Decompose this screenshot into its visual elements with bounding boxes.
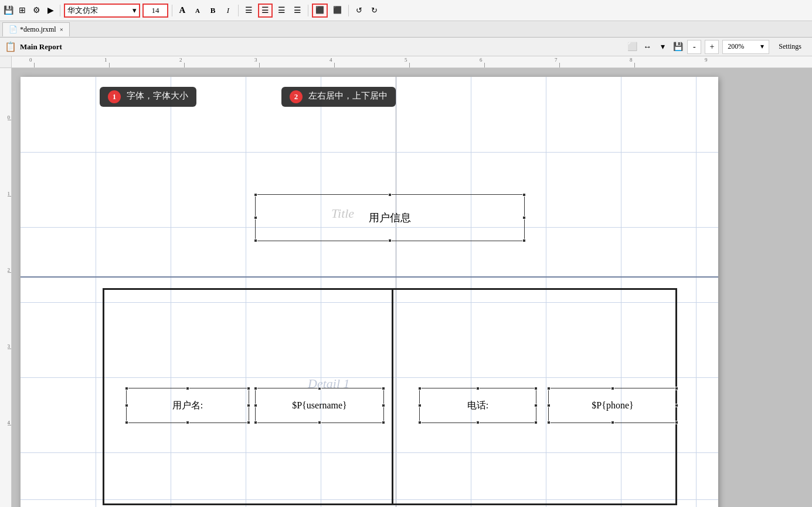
username-value-text: $P{username} (292, 400, 347, 411)
handle-tl2[interactable] (125, 387, 128, 390)
file-icon: 📄 (9, 25, 18, 34)
handle-ml2[interactable] (125, 404, 128, 407)
bold-btn[interactable]: B (206, 4, 219, 18)
username-label-element[interactable]: 用户名: (126, 388, 249, 423)
align-left-btn[interactable]: ☰ (242, 4, 256, 18)
title-text-element[interactable]: 用户信息 (255, 194, 525, 241)
settings-icon[interactable]: ⚙ (30, 5, 42, 16)
handle-tl4[interactable] (418, 387, 422, 390)
tab-close-btn[interactable]: × (60, 26, 63, 33)
handle-bm5[interactable] (611, 421, 614, 424)
zoom-arrow: ▾ (760, 42, 764, 51)
rotate-left-btn[interactable]: ↺ (352, 4, 365, 18)
handle-bm2[interactable] (186, 421, 189, 424)
handle-mr4[interactable] (534, 404, 538, 407)
sep3 (238, 5, 239, 16)
handle-bl[interactable] (254, 239, 257, 242)
handle-br[interactable] (522, 239, 526, 242)
title-text: 用户信息 (369, 211, 411, 225)
ruler-v-4: 4 (329, 58, 332, 63)
ruler-v-0: 0 (29, 58, 32, 63)
ruler-top: 0 1 2 3 4 5 6 7 8 9 (12, 56, 812, 68)
report-header: 📋 Main Report ⬜ ↔ ▾ 💾 - + 200% ▾ Setting… (0, 38, 812, 56)
handle-bl2[interactable] (125, 421, 128, 424)
handle-bm4[interactable] (476, 421, 480, 424)
valign-bottom-btn[interactable]: ⬛ (330, 4, 345, 18)
font-size-input[interactable]: 14 (142, 4, 168, 18)
ruler-v-3: 3 (254, 58, 257, 63)
doc-page: Title 用户信息 (21, 77, 718, 507)
handle-bm3[interactable] (318, 421, 321, 424)
save-report-icon[interactable]: 💾 (672, 41, 684, 53)
handle-tr[interactable] (522, 193, 526, 197)
detail-vertical-divider (392, 290, 393, 503)
handle-mr5[interactable] (675, 404, 678, 407)
valign-middle-btn[interactable]: ⬛ (312, 4, 328, 18)
handle-tm2[interactable] (186, 387, 189, 390)
handle-br5[interactable] (675, 421, 678, 424)
zoom-in-btn[interactable]: + (705, 40, 719, 54)
handle-tm5[interactable] (611, 387, 614, 390)
ruler-left: 0 1 2 3 4 (0, 56, 12, 507)
italic-btn[interactable]: I (222, 4, 235, 18)
handle-br2[interactable] (247, 421, 250, 424)
ruler-v-1: 1 (104, 58, 107, 63)
handle-tr5[interactable] (675, 387, 678, 390)
handle-br4[interactable] (534, 421, 538, 424)
handle-br3[interactable] (382, 421, 385, 424)
ruler-v-7: 7 (555, 58, 558, 63)
handle-ml4[interactable] (418, 404, 422, 407)
handle-mr[interactable] (522, 216, 526, 219)
username-value-element[interactable]: $P{username} (255, 388, 384, 423)
tab-filename: *demo.jrxml (20, 25, 56, 34)
sep5 (348, 5, 349, 16)
phone-value-element[interactable]: $P{phone} (548, 388, 677, 423)
band-separator-title (21, 276, 718, 278)
handle-tm[interactable] (388, 193, 392, 197)
report-page-icon: 📋 (5, 41, 16, 52)
handle-mr2[interactable] (247, 404, 250, 407)
fit-page-icon[interactable]: ⬜ (626, 41, 638, 53)
handle-ml3[interactable] (254, 404, 257, 407)
font-name-selector[interactable]: 华文仿宋 ▾ (64, 4, 140, 18)
zoom-out-btn[interactable]: - (687, 40, 701, 54)
handle-ml[interactable] (254, 216, 257, 219)
zoom-selector[interactable]: 200% ▾ (722, 40, 769, 54)
handle-bl3[interactable] (254, 421, 257, 424)
phone-value-text: $P{phone} (592, 400, 633, 411)
handle-tl[interactable] (254, 193, 257, 197)
align-right-btn[interactable]: ☰ (275, 4, 288, 18)
file-tab[interactable]: 📄 *demo.jrxml × (2, 22, 70, 36)
handle-tr4[interactable] (534, 387, 538, 390)
ruler-v-6: 6 (480, 58, 483, 63)
ruler-v-5: 5 (405, 58, 407, 63)
increase-font-btn[interactable]: A (176, 4, 189, 18)
save-icon[interactable]: 💾 (2, 5, 14, 16)
preview-icon[interactable]: ▶ (45, 5, 56, 16)
handle-ml5[interactable] (547, 404, 551, 407)
settings-button[interactable]: Settings (773, 41, 807, 52)
handle-mr3[interactable] (382, 404, 385, 407)
handle-bm[interactable] (388, 239, 392, 242)
fit-width-icon[interactable]: ↔ (641, 41, 653, 53)
ruler-v-2: 2 (179, 58, 182, 63)
handle-tm3[interactable] (318, 387, 321, 390)
grid-icon[interactable]: ⊞ (16, 5, 28, 16)
dropdown-arrow-icon[interactable]: ▾ (657, 41, 668, 53)
report-title-area: 📋 Main Report (5, 41, 62, 52)
align-center-btn[interactable]: ☰ (258, 4, 273, 18)
decrease-font-btn[interactable]: A (191, 4, 204, 18)
username-label-text: 用户名: (172, 400, 203, 412)
justify-btn[interactable]: ☰ (291, 4, 304, 18)
phone-label-element[interactable]: 电话: (419, 388, 536, 423)
handle-tm4[interactable] (476, 387, 480, 390)
handle-tr3[interactable] (382, 387, 385, 390)
font-name-arrow: ▾ (132, 6, 137, 15)
handle-tl3[interactable] (254, 387, 257, 390)
handle-bl5[interactable] (547, 421, 551, 424)
rotate-right-btn[interactable]: ↻ (368, 4, 380, 18)
handle-tl5[interactable] (547, 387, 551, 390)
handle-bl4[interactable] (418, 421, 422, 424)
zoom-level: 200% (728, 42, 744, 51)
handle-tr2[interactable] (247, 387, 250, 390)
